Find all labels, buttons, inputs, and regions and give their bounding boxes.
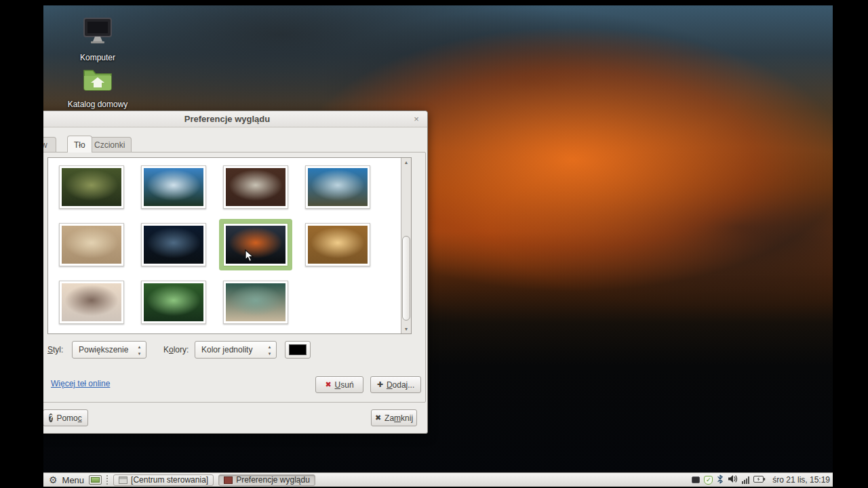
color-swatch [289, 344, 307, 355]
updates-shield-icon[interactable]: ✓ [704, 476, 713, 485]
wallpaper-thumbnail-golden-field[interactable] [305, 223, 370, 266]
bottom-panel: ⚙ Menu [Centrum sterowania] Preferencje … [43, 472, 833, 487]
wallpaper-image [144, 283, 203, 321]
wallpaper-image [308, 226, 368, 264]
style-dropdown-value: Powiększenie [79, 345, 128, 354]
wallpaper-thumbnail-night-horizon[interactable] [141, 223, 206, 266]
plus-icon: ✚ [377, 381, 383, 388]
style-dropdown[interactable]: Powiększenie ▴▾ [72, 341, 146, 359]
close-icon[interactable]: × [411, 114, 422, 125]
wallpaper-image [226, 283, 285, 321]
style-color-row: Styl: Powiększenie ▴▾ Kolory: Kolor jedn… [47, 341, 417, 359]
volume-icon[interactable] [728, 474, 738, 485]
network-signal-icon[interactable] [742, 476, 749, 484]
dialog-titlebar[interactable]: Preferencje wyglądu × [43, 111, 427, 127]
screen: Komputer Katalog domowy Preferencje wygl… [0, 0, 868, 488]
wallpaper-image [226, 168, 285, 206]
wallpaper-thumbnail-forest-boardwalk[interactable] [223, 165, 288, 209]
wallpaper-grid [59, 165, 391, 324]
colors-label: Kolory: [163, 345, 189, 354]
wallpaper-list: ▴ ▾ [47, 157, 412, 334]
close-button-label: Zamknij [384, 413, 413, 423]
close-dialog-button[interactable]: ✖ Zamknij [371, 409, 417, 426]
panel-handle [106, 475, 108, 485]
clock[interactable]: śro 21 lis, 15:19 [772, 475, 830, 485]
add-button-label: Dodaj... [387, 380, 414, 390]
wallpaper-thumbnail-grassy-meadow[interactable] [59, 165, 124, 209]
tab-tlo[interactable]: Tło [67, 136, 92, 152]
desktop-icon-label: Katalog domowy [68, 100, 128, 109]
scrollbar[interactable]: ▴ ▾ [401, 158, 411, 333]
wallpaper-image [226, 226, 285, 264]
panel-left: ⚙ Menu [Centrum sterowania] Preferencje … [49, 473, 315, 487]
computer-icon [64, 17, 132, 48]
wallpaper-image [62, 226, 121, 264]
show-desktop-icon[interactable] [89, 475, 102, 485]
help-icon: ? [49, 413, 53, 422]
scrollbar-thumb[interactable] [402, 236, 410, 321]
bluetooth-icon[interactable] [717, 474, 724, 486]
wallpaper-thumbnail-dew-drops[interactable] [59, 223, 124, 266]
taskbar-item-label: [Centrum sterowania] [131, 475, 208, 485]
dialog-title: Preferencje wyglądu [184, 114, 270, 124]
window-icon [119, 476, 127, 484]
wallpaper-image [144, 226, 203, 264]
appearance-preferences-dialog: Preferencje wyglądu × Motyw Tło Czcionki… [43, 110, 428, 434]
wallpaper-image [62, 168, 121, 206]
wallpaper-image [62, 283, 121, 321]
taskbar-item-appearance-preferences[interactable]: Preferencje wyglądu [218, 474, 315, 486]
appearance-app-icon [224, 476, 233, 484]
desktop-icon-home-folder[interactable]: Katalog domowy [64, 66, 132, 110]
wallpaper-image [144, 168, 203, 206]
wallpaper-thumbnail-teal-shore[interactable] [223, 281, 288, 324]
help-button[interactable]: ? Pomoc [43, 409, 88, 426]
colors-dropdown-value: Kolor jednolity [201, 345, 252, 354]
spinner-arrows-icon: ▴▾ [136, 344, 143, 357]
battery-icon[interactable] [753, 475, 766, 485]
wallpaper-image [308, 168, 368, 206]
spinner-arrows-icon: ▴▾ [266, 344, 273, 357]
color-swatch-button[interactable] [285, 341, 311, 359]
help-button-label: Pomoc [56, 413, 81, 423]
remove-button[interactable]: ✖ Usuń [315, 376, 363, 393]
mouse-cursor [245, 249, 256, 266]
menu-button[interactable]: Menu [62, 475, 85, 485]
wallpaper-thumbnail-lake-pier[interactable] [59, 281, 124, 324]
taskbar-item-label: Preferencje wyglądu [236, 475, 310, 485]
menu-gear-icon[interactable]: ⚙ [49, 475, 58, 485]
background-tab-panel: ▴ ▾ Styl: Powiększenie ▴▾ Kolory: Kolor … [43, 152, 426, 403]
tab-motyw[interactable]: Motyw [43, 137, 56, 152]
more-backgrounds-link[interactable]: Więcej teł online [51, 379, 110, 388]
close-x-icon: ✖ [375, 414, 381, 422]
desktop: Komputer Katalog domowy Preferencje wygl… [43, 5, 833, 487]
wallpaper-thumbnail-country-road[interactable] [305, 165, 370, 209]
style-label: Styl: [47, 345, 63, 354]
desktop-icon-label: Komputer [80, 53, 115, 62]
home-folder-icon [64, 66, 132, 95]
scroll-down-icon[interactable]: ▾ [401, 325, 411, 333]
display-tray-icon[interactable] [692, 476, 700, 483]
wallpaper-thumbnail-green-moss[interactable] [141, 281, 206, 324]
wallpaper-thumbnail-sunset-sea[interactable] [223, 223, 288, 266]
tab-czcionki[interactable]: Czcionki [87, 137, 132, 152]
system-tray: ✓ [692, 473, 830, 487]
remove-button-label: Usuń [335, 380, 354, 390]
taskbar-item-control-center[interactable]: [Centrum sterowania] [113, 474, 214, 486]
desktop-icon-computer[interactable]: Komputer [64, 17, 132, 63]
remove-x-icon: ✖ [325, 381, 331, 388]
colors-dropdown[interactable]: Kolor jednolity ▴▾ [195, 341, 277, 359]
wallpaper-thumbnail-clouds-mountains[interactable] [141, 165, 206, 209]
scroll-up-icon[interactable]: ▴ [401, 158, 411, 167]
add-button[interactable]: ✚ Dodaj... [370, 376, 421, 393]
